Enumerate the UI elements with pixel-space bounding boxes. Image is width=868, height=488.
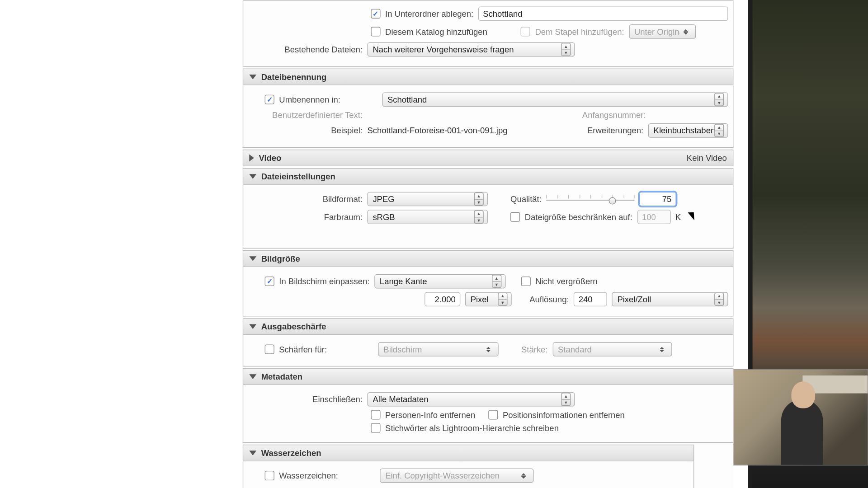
subfolder-checkbox[interactable] [371,9,380,19]
section-header-file-settings[interactable]: Dateieinstellungen [243,168,734,185]
rename-template-select[interactable]: Schottland ▲▼ [382,92,728,107]
chevron-down-icon [249,324,256,329]
export-panel: In Unterordner ablegen: Diesem Katalog h… [243,0,734,488]
section-title-watermark: Wasserzeichen [261,448,321,458]
rename-checkbox[interactable] [265,95,274,104]
stepper-icon: ▲▼ [714,93,724,106]
subfolder-input[interactable] [478,7,728,21]
stepper-icon: ▲▼ [714,124,724,137]
section-header-video[interactable]: Video Kein Video [243,150,734,166]
remove-location-info-checkbox[interactable] [488,410,498,419]
quality-slider[interactable] [546,193,634,205]
extensions-select[interactable]: Kleinbuchstaben ▲▼ [648,123,728,138]
metadata-include-select[interactable]: Alle Metadaten ▲▼ [368,392,575,407]
metadata-include-label: Einschließen: [248,394,363,404]
stepper-icon: ▲▼ [561,393,571,406]
chevron-down-icon [249,75,256,80]
section-header-metadata[interactable]: Metadaten [243,368,734,385]
stepper-icon: ▲▼ [561,43,571,56]
rename-to-label: Umbenennen in: [279,95,340,104]
extensions-label: Erweiterungen: [587,126,643,135]
image-format-select[interactable]: JPEG ▲▼ [368,192,488,206]
add-to-stack-checkbox[interactable] [521,27,530,36]
section-title-metadata: Metadaten [261,372,302,381]
custom-text-label: Benutzerdefinierter Text: [248,110,363,120]
example-value: Schottland-Fotoreise-001-von-091.jpg [368,126,508,135]
sharpen-for-select[interactable]: Bildschirm [378,342,498,357]
add-to-catalog-checkbox[interactable] [371,27,380,36]
stepper-icon: ▲▼ [714,293,724,306]
webcam-overlay [723,369,868,465]
stepper-icon: ▲▼ [498,293,507,306]
section-title-video: Video [259,153,281,163]
section-title-file-settings: Dateieinstellungen [261,172,335,181]
remove-location-info-label: Positionsinformationen entfernen [503,410,625,419]
color-space-label: Farbraum: [248,212,363,222]
existing-files-label: Bestehende Dateien: [248,45,363,54]
dimension-unit-select[interactable]: Pixel ▲▼ [465,292,512,306]
stepper-icon: ▲▼ [474,192,484,206]
dont-enlarge-checkbox[interactable] [521,277,530,286]
section-header-watermark[interactable]: Wasserzeichen [243,445,694,461]
resize-fit-select[interactable]: Lange Kante ▲▼ [374,274,505,289]
remove-person-info-checkbox[interactable] [371,410,380,419]
dimension-input[interactable] [425,292,460,306]
section-header-rename[interactable]: Dateibenennung [243,69,734,85]
start-number-label: Anfangsnummer: [582,110,646,120]
add-to-catalog-label: Diesem Katalog hinzufügen [385,27,487,36]
chevron-down-icon [249,174,256,179]
keyword-hierarchy-checkbox[interactable] [371,423,380,432]
limit-file-size-checkbox[interactable] [510,212,520,222]
stepper-icon: ▲▼ [474,211,484,224]
quality-input[interactable] [639,192,676,206]
watermark-label: Wasserzeichen: [279,471,338,480]
existing-files-select[interactable]: Nach weiterer Vorgehensweise fragen ▲▼ [368,42,575,57]
watermark-select[interactable]: Einf. Copyright-Wasserzeichen [380,469,533,483]
section-title-image-size: Bildgröße [261,254,300,263]
limit-file-size-unit: K [675,212,681,222]
chevron-down-icon [249,256,256,261]
remove-person-info-label: Personen-Info entfernen [385,410,475,419]
add-to-stack-label: Dem Stapel hinzufügen: [535,27,624,36]
video-status: Kein Video [687,153,727,163]
section-header-output-sharpen[interactable]: Ausgabeschärfe [243,318,734,335]
section-header-image-size[interactable]: Bildgröße [243,250,734,267]
chevron-right-icon [249,155,254,162]
subfolder-label: In Unterordner ablegen: [385,9,473,19]
dont-enlarge-label: Nicht vergrößern [535,277,598,286]
example-label: Beispiel: [248,126,363,135]
quality-label: Qualität: [510,194,542,204]
chevron-down-icon [249,450,256,455]
sharpen-amount-label: Stärke: [521,344,548,354]
stepper-icon: ▲▼ [492,275,501,288]
resolution-unit-select[interactable]: Pixel/Zoll ▲▼ [612,292,728,306]
resize-fit-checkbox[interactable] [265,277,274,286]
chevron-down-icon [249,374,256,379]
image-format-label: Bildformat: [248,194,363,204]
sharpen-amount-select[interactable]: Standard [552,342,672,357]
watermark-checkbox[interactable] [265,471,274,480]
keyword-hierarchy-label: Stichwörter als Lightroom-Hierarchie sch… [385,423,559,432]
sharpen-for-label: Schärfen für: [279,344,327,354]
section-title-rename: Dateibenennung [261,72,327,82]
stack-position-select[interactable]: Unter Original [629,24,696,39]
sharpen-for-checkbox[interactable] [265,344,274,354]
resolution-input[interactable] [574,292,607,306]
section-title-output-sharpen: Ausgabeschärfe [261,322,326,331]
limit-file-size-input[interactable] [637,210,670,224]
resolution-label: Auflösung: [529,295,569,304]
limit-file-size-label: Dateigröße beschränken auf: [525,212,632,222]
color-space-select[interactable]: sRGB ▲▼ [368,210,488,224]
resize-fit-label: In Bildschirm einpassen: [279,277,369,286]
